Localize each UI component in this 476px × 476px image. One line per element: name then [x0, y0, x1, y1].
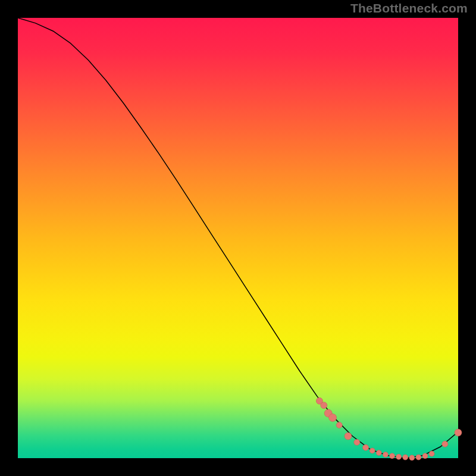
data-point: [442, 441, 448, 447]
data-point: [422, 453, 428, 459]
data-point: [369, 448, 375, 453]
data-point: [383, 452, 388, 458]
plot-area: [18, 18, 458, 458]
chart-wrapper: TheBottleneck.com: [0, 0, 476, 476]
data-point: [354, 439, 360, 445]
data-point: [403, 455, 408, 460]
data-point: [345, 433, 352, 440]
data-point: [416, 455, 421, 460]
data-point: [409, 455, 415, 461]
data-point: [329, 414, 337, 421]
data-point: [376, 450, 381, 456]
bottleneck-curve: [18, 18, 458, 458]
chart-svg: [18, 18, 458, 458]
data-point: [396, 454, 402, 459]
data-point: [390, 453, 395, 459]
data-point: [429, 451, 434, 456]
data-point: [455, 429, 462, 436]
data-point: [363, 444, 369, 450]
data-points-group: [316, 397, 462, 460]
data-point: [336, 422, 342, 428]
watermark-label: TheBottleneck.com: [350, 1, 468, 15]
data-point: [321, 402, 327, 409]
